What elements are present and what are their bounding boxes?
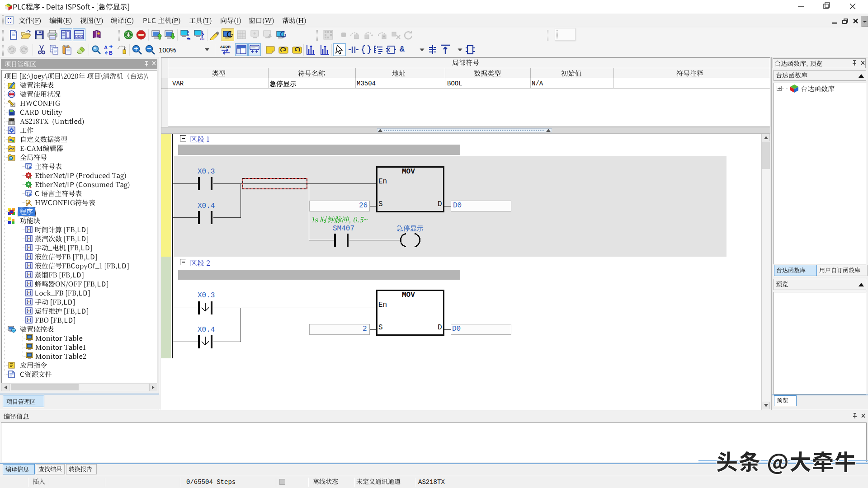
- svg-text:IOI: IOI: [200, 38, 204, 40]
- svg-text:ADDR: ADDR: [220, 45, 231, 49]
- svg-text:IOI: IOI: [187, 38, 191, 40]
